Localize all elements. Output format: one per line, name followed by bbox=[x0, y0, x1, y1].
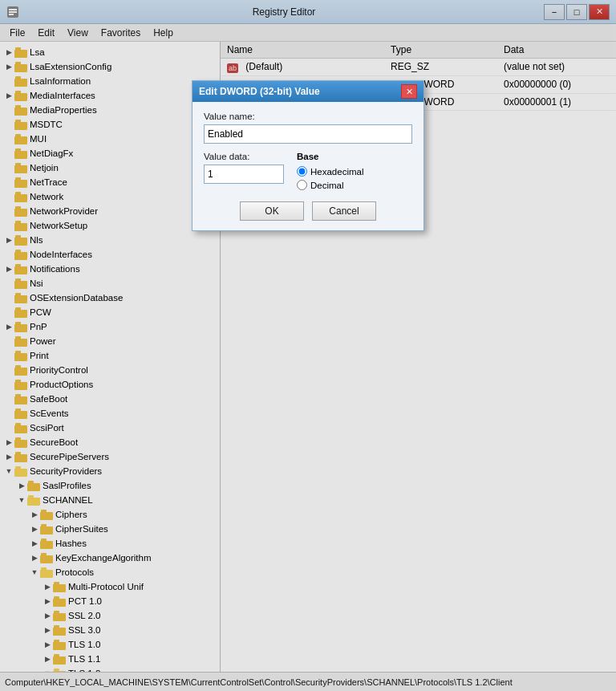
hex-radio-label[interactable]: Hexadecimal bbox=[297, 166, 363, 177]
ok-button[interactable]: OK bbox=[240, 201, 304, 221]
dialog-title-bar: Edit DWORD (32-bit) Value ✕ bbox=[192, 81, 424, 102]
cancel-button[interactable]: Cancel bbox=[312, 201, 376, 221]
dialog-buttons: OK Cancel bbox=[204, 201, 412, 221]
data-row: Value data: Base Hexadecimal Decimal bbox=[204, 152, 412, 190]
modal-overlay: Edit DWORD (32-bit) Value ✕ Value name: … bbox=[0, 0, 616, 691]
hex-label: Hexadecimal bbox=[310, 167, 363, 177]
hex-radio[interactable] bbox=[297, 166, 307, 177]
base-section: Base Hexadecimal Decimal bbox=[297, 152, 363, 190]
dec-radio[interactable] bbox=[297, 180, 307, 190]
dialog-title: Edit DWORD (32-bit) Value bbox=[199, 86, 320, 97]
value-name-label: Value name: bbox=[204, 112, 412, 121]
base-label: Base bbox=[297, 152, 363, 161]
value-data-label: Value data: bbox=[204, 152, 284, 161]
value-data-input[interactable] bbox=[204, 165, 284, 184]
value-name-input[interactable] bbox=[204, 124, 412, 144]
dialog-close-button[interactable]: ✕ bbox=[401, 84, 417, 99]
dialog-body: Value name: Value data: Base Hexadecimal… bbox=[192, 102, 424, 230]
dec-label: Decimal bbox=[310, 181, 344, 190]
edit-dword-dialog: Edit DWORD (32-bit) Value ✕ Value name: … bbox=[192, 80, 424, 231]
dec-radio-label[interactable]: Decimal bbox=[297, 180, 363, 190]
